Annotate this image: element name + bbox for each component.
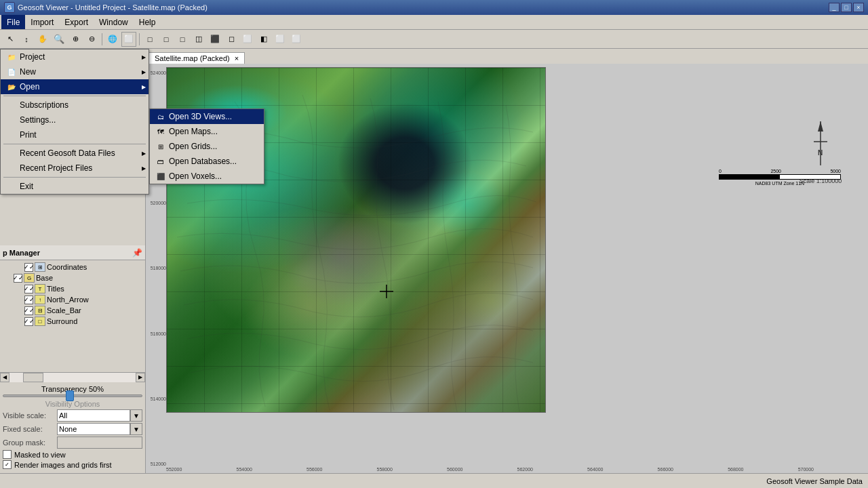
coordinates-checkbox[interactable]: ✓ bbox=[24, 263, 33, 272]
help-menu[interactable]: Help bbox=[134, 15, 161, 29]
tool-12[interactable]: ⬜ bbox=[289, 32, 304, 47]
dropdown-recent-geosoft[interactable]: Recent Geosoft Data Files ▶ bbox=[1, 146, 149, 161]
slider-thumb[interactable] bbox=[66, 390, 74, 401]
map-tab-satellite[interactable]: Satellite.map (Packed) × bbox=[149, 52, 245, 64]
grids-icon: ⊞ bbox=[155, 141, 166, 152]
scroll-thumb[interactable] bbox=[23, 373, 43, 382]
x-label-4: 560000 bbox=[447, 467, 462, 472]
map-tab-bar: Satellite.map (Packed) × bbox=[146, 49, 868, 64]
tree-item-surround[interactable]: ✓ □ Surround bbox=[23, 316, 144, 327]
titles-label: Titles bbox=[47, 285, 64, 293]
zoom-out-tool[interactable]: ⊖ bbox=[84, 32, 99, 47]
project-icon: 📁 bbox=[6, 52, 17, 62]
window-menu[interactable]: Window bbox=[94, 15, 134, 29]
bottom-panel: ◀ ▶ Transparency 50% Visibility Options … bbox=[0, 372, 145, 473]
close-button[interactable]: × bbox=[853, 3, 864, 12]
tool-10[interactable]: ◧ bbox=[256, 32, 271, 47]
fixed-scale-btn[interactable]: ▼ bbox=[130, 423, 142, 435]
scale-line bbox=[719, 174, 841, 180]
scale-bar-icon: ⊟ bbox=[35, 306, 45, 315]
scale-bar-checkbox[interactable]: ✓ bbox=[24, 306, 33, 315]
dropdown-project[interactable]: 📁 Project ▶ bbox=[1, 49, 149, 64]
toolbar-sep-2 bbox=[139, 33, 140, 45]
surround-checkbox[interactable]: ✓ bbox=[24, 317, 33, 326]
titlebar: G Geosoft Viewer - Untitled Project - Sa… bbox=[0, 0, 868, 15]
tree-item-coordinates[interactable]: ✓ ⊞ Coordinates bbox=[23, 262, 144, 272]
visible-scale-btn[interactable]: ▼ bbox=[130, 409, 142, 422]
open-submenu: 🗂 Open 3D Views... 🗺 Open Maps... ⊞ Open… bbox=[149, 108, 264, 184]
dropdown-settings[interactable]: Settings... bbox=[1, 113, 149, 127]
transparency-slider[interactable] bbox=[3, 394, 142, 397]
panel-title: p Manager bbox=[3, 249, 40, 257]
export-menu[interactable]: Export bbox=[59, 15, 94, 29]
h-scrollbar[interactable]: ◀ ▶ bbox=[0, 372, 145, 382]
tool-8[interactable]: ◻ bbox=[224, 32, 239, 47]
zoom-in-tool[interactable]: 🔍 bbox=[52, 32, 66, 47]
dropdown-recent-project[interactable]: Recent Project Files ▶ bbox=[1, 161, 149, 176]
dropdown-exit[interactable]: Exit bbox=[1, 179, 149, 194]
status-text: Geosoft Viewer Sample Data bbox=[766, 477, 863, 485]
minimize-button[interactable]: _ bbox=[829, 3, 840, 12]
north-arrow-svg: N bbox=[807, 118, 834, 172]
scroll-right-btn[interactable]: ▶ bbox=[136, 373, 145, 382]
window-title: Geosoft Viewer - Untitled Project - Sate… bbox=[18, 3, 208, 12]
x-label-0: 552000 bbox=[166, 467, 182, 472]
recent-geosoft-icon bbox=[6, 148, 17, 159]
titlebar-controls[interactable]: _ □ × bbox=[829, 3, 864, 12]
scroll-track[interactable] bbox=[9, 373, 136, 382]
surround-label: Surround bbox=[47, 317, 77, 325]
globe-tool[interactable]: 🌐 bbox=[105, 32, 120, 47]
fixed-scale-value[interactable]: None bbox=[57, 423, 130, 435]
tab-close-btn[interactable]: × bbox=[235, 54, 239, 62]
zoom-fit-tool[interactable]: ⊕ bbox=[68, 32, 83, 47]
group-mask-value[interactable] bbox=[57, 436, 142, 449]
maximize-button[interactable]: □ bbox=[841, 3, 852, 12]
submenu-arrow-recent-p: ▶ bbox=[142, 165, 146, 171]
submenu-open-grids[interactable]: ⊞ Open Grids... bbox=[150, 139, 264, 154]
tool-9[interactable]: ⬜ bbox=[240, 32, 255, 47]
dropdown-print[interactable]: Print bbox=[1, 127, 149, 142]
svg-text:N: N bbox=[818, 149, 823, 157]
scroll-left-btn[interactable]: ◀ bbox=[0, 373, 9, 382]
map-cursor bbox=[380, 285, 393, 298]
map-tool[interactable]: ⬜ bbox=[121, 32, 136, 47]
render-checkbox[interactable]: ✓ bbox=[3, 460, 12, 469]
north-arrow-checkbox[interactable]: ✓ bbox=[24, 296, 33, 304]
submenu-open-databases[interactable]: 🗃 Open Databases... bbox=[150, 154, 264, 169]
tree-item-base[interactable]: ✓ G Base bbox=[12, 272, 144, 283]
pan-tool[interactable]: ✋ bbox=[35, 32, 50, 47]
visible-scale-value[interactable]: All bbox=[57, 409, 130, 422]
tool-5[interactable]: □ bbox=[175, 32, 190, 47]
titles-checkbox[interactable]: ✓ bbox=[24, 285, 33, 293]
slider-track[interactable] bbox=[3, 394, 142, 397]
fixed-scale-label: Fixed scale: bbox=[3, 425, 57, 433]
tool-11[interactable]: ⬜ bbox=[273, 32, 288, 47]
y-label-2: 520000 bbox=[147, 201, 166, 205]
import-menu[interactable]: Import bbox=[25, 15, 59, 29]
dropdown-subscriptions[interactable]: Subscriptions bbox=[1, 98, 149, 113]
masked-checkbox[interactable] bbox=[3, 450, 12, 459]
select-tool[interactable]: ↖ bbox=[3, 32, 18, 47]
pin-button[interactable]: 📌 bbox=[132, 248, 142, 258]
x-label-1: 554000 bbox=[237, 467, 252, 472]
north-arrow-widget: N Scale 1:100000 0 2500 5000 NAD83 UTM Z bbox=[793, 118, 848, 199]
submenu-open-3d[interactable]: 🗂 Open 3D Views... bbox=[150, 109, 264, 124]
tool-6[interactable]: ◫ bbox=[191, 32, 206, 47]
tool-4[interactable]: □ bbox=[159, 32, 174, 47]
tree-item-scale-bar[interactable]: ✓ ⊟ Scale_Bar bbox=[23, 305, 144, 316]
base-checkbox[interactable]: ✓ bbox=[14, 274, 22, 283]
submenu-open-maps[interactable]: 🗺 Open Maps... bbox=[150, 124, 264, 139]
subscriptions-icon bbox=[6, 100, 17, 110]
submenu-open-voxels[interactable]: ⬛ Open Voxels... bbox=[150, 169, 264, 184]
submenu-arrow-recent-g: ▶ bbox=[142, 150, 146, 157]
open-icon: 📂 bbox=[6, 81, 17, 92]
tool-3[interactable]: □ bbox=[142, 32, 157, 47]
tree-item-north-arrow[interactable]: ✓ ↑ North_Arrow bbox=[23, 294, 144, 305]
dropdown-new[interactable]: 📄 New ▶ bbox=[1, 64, 149, 79]
move-tool[interactable]: ↕ bbox=[19, 32, 34, 47]
tool-7[interactable]: ⬛ bbox=[208, 32, 222, 47]
dropdown-open[interactable]: 📂 Open ▶ bbox=[1, 79, 149, 94]
file-menu[interactable]: File bbox=[1, 15, 25, 29]
tree-item-titles[interactable]: ✓ T Titles bbox=[23, 283, 144, 294]
y-label-5: 514000 bbox=[147, 396, 166, 401]
